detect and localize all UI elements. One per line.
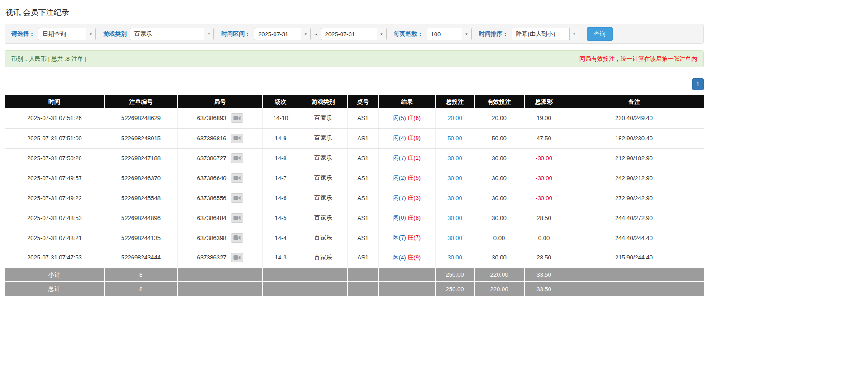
view-video-button[interactable] xyxy=(231,134,243,143)
valid-bet-cell: 30.00 xyxy=(474,188,524,208)
time-cell: 2025-07-31 07:47:53 xyxy=(5,248,104,268)
subtotal-row: 小计8250.00220.0033.50 xyxy=(5,268,704,282)
session-cell: 14-3 xyxy=(263,248,299,268)
table-row: 2025-07-31 07:49:57522698246370637386640… xyxy=(5,168,704,188)
time-sort-select[interactable]: 降幕(由大到小) ▾ xyxy=(512,28,579,40)
date-from-value: 2025-07-31 xyxy=(254,28,301,40)
subtotal-row-payout: 33.50 xyxy=(524,268,564,282)
round-cell: 637386327 xyxy=(178,248,263,268)
video-icon xyxy=(233,175,241,181)
valid-bet-cell: 30.00 xyxy=(474,148,524,168)
chevron-down-icon[interactable]: ▾ xyxy=(86,28,95,40)
payout-cell: 19.00 xyxy=(524,108,564,128)
game-type-select[interactable]: 百家乐 ▾ xyxy=(130,28,214,40)
column-header: 注单编号 xyxy=(104,95,178,108)
query-type-value: 日期查询 xyxy=(38,28,86,40)
table-no-cell: AS1 xyxy=(348,208,379,228)
view-video-button[interactable] xyxy=(231,193,243,203)
tilde-separator: ~ xyxy=(314,31,318,38)
subtotal-row-count: 8 xyxy=(104,268,178,282)
chevron-down-icon[interactable]: ▾ xyxy=(462,28,471,40)
game-type-cell: 百家乐 xyxy=(299,248,348,268)
view-video-button[interactable] xyxy=(231,213,243,223)
round-cell-inner: 637386816 xyxy=(178,134,262,143)
column-header: 有效投注 xyxy=(474,95,524,108)
session-cell: 14-10 xyxy=(263,108,299,128)
round-cell-inner: 637386640 xyxy=(178,173,262,183)
page-title: 视讯 会员下注纪录 xyxy=(5,7,863,18)
total-bet-link[interactable]: 20.00 xyxy=(447,115,462,121)
summary-bar: 币别：人民币 | 总共 :8 注单 | 同局有效投注，统一计算在该局第一张注单内 xyxy=(5,50,704,67)
chevron-down-icon[interactable]: ▾ xyxy=(204,28,213,40)
player-result: 闲(7) xyxy=(393,194,406,201)
table-row: 2025-07-31 07:48:21522698244135637386398… xyxy=(5,228,704,248)
bet-id-cell: 522698248629 xyxy=(104,108,178,128)
time-cell: 2025-07-31 07:51:26 xyxy=(5,108,104,128)
total-bet-link[interactable]: 30.00 xyxy=(447,235,462,241)
total-bet-link[interactable]: 30.00 xyxy=(447,195,462,201)
table-row: 2025-07-31 07:50:26522698247188637386727… xyxy=(5,148,704,168)
bet-id-cell: 522698246370 xyxy=(104,168,178,188)
date-from-select[interactable]: 2025-07-31 ▾ xyxy=(254,28,311,40)
valid-bet-cell: 50.00 xyxy=(474,128,524,148)
banker-result: 庄(3) xyxy=(408,194,421,201)
per-page-select[interactable]: 100 ▾ xyxy=(427,28,472,40)
chevron-down-icon[interactable]: ▾ xyxy=(569,28,579,40)
total-bet-link[interactable]: 30.00 xyxy=(447,215,462,221)
valid-bet-cell: 20.00 xyxy=(474,108,524,128)
total-bet-link[interactable]: 30.00 xyxy=(447,175,462,182)
game-type-cell: 百家乐 xyxy=(299,188,348,208)
player-result: 闲(4) xyxy=(393,134,406,141)
result-cell: 闲(7) 庄(1) xyxy=(379,148,436,168)
round-cell: 637386727 xyxy=(178,148,263,168)
empty-cell xyxy=(178,268,263,282)
game-type-cell: 百家乐 xyxy=(299,128,348,148)
view-video-button[interactable] xyxy=(231,253,243,262)
page-number-button[interactable]: 1 xyxy=(692,78,704,90)
date-to-select[interactable]: 2025-07-31 ▾ xyxy=(321,28,387,40)
query-type-select[interactable]: 日期查询 ▾ xyxy=(38,28,96,40)
remark-cell: 230.40/249.40 xyxy=(564,108,704,128)
total-bet-cell: 30.00 xyxy=(436,228,474,248)
bet-id-cell: 522698248015 xyxy=(104,128,178,148)
result-cell: 闲(5) 庄(6) xyxy=(379,108,436,128)
time-cell: 2025-07-31 07:50:26 xyxy=(5,148,104,168)
view-video-button[interactable] xyxy=(231,173,243,183)
total-bet-cell: 30.00 xyxy=(436,208,474,228)
table-no-cell: AS1 xyxy=(348,128,379,148)
payout-cell: 28.50 xyxy=(524,248,564,268)
column-header: 总投注 xyxy=(436,95,474,108)
per-page-value: 100 xyxy=(427,28,462,40)
round-number: 637386484 xyxy=(197,215,226,221)
table-row: 2025-07-31 07:51:00522698248015637386816… xyxy=(5,128,704,148)
view-video-button[interactable] xyxy=(231,113,243,123)
round-cell-inner: 637386727 xyxy=(178,153,262,163)
remark-cell: 212.90/182.90 xyxy=(564,148,704,168)
table-row: 2025-07-31 07:51:26522698248629637386893… xyxy=(5,108,704,128)
result-cell: 闲(2) 庄(5) xyxy=(379,168,436,188)
view-video-button[interactable] xyxy=(231,153,243,163)
time-cell: 2025-07-31 07:48:53 xyxy=(5,208,104,228)
table-no-cell: AS1 xyxy=(348,228,379,248)
remark-cell: 242.90/212.90 xyxy=(564,168,704,188)
round-number: 637386640 xyxy=(197,175,226,182)
session-cell: 14-4 xyxy=(263,228,299,248)
view-video-button[interactable] xyxy=(231,233,243,243)
game-type-cell: 百家乐 xyxy=(299,208,348,228)
table-body: 2025-07-31 07:51:26522698248629637386893… xyxy=(5,108,704,268)
video-icon xyxy=(233,235,241,240)
empty-cell xyxy=(379,282,436,296)
chevron-down-icon[interactable]: ▾ xyxy=(301,28,310,40)
round-number: 637386727 xyxy=(197,155,226,162)
time-cell: 2025-07-31 07:49:57 xyxy=(5,168,104,188)
remark-cell: 215.90/244.40 xyxy=(564,248,704,268)
empty-cell xyxy=(348,268,379,282)
total-bet-link[interactable]: 30.00 xyxy=(447,155,462,162)
table-row: 2025-07-31 07:47:53522698243444637386327… xyxy=(5,248,704,268)
game-type-cell: 百家乐 xyxy=(299,228,348,248)
chevron-down-icon[interactable]: ▾ xyxy=(377,28,386,40)
total-bet-link[interactable]: 50.00 xyxy=(447,135,462,142)
empty-cell xyxy=(348,282,379,296)
total-bet-link[interactable]: 30.00 xyxy=(447,254,462,261)
search-button[interactable]: 查询 xyxy=(587,27,613,41)
